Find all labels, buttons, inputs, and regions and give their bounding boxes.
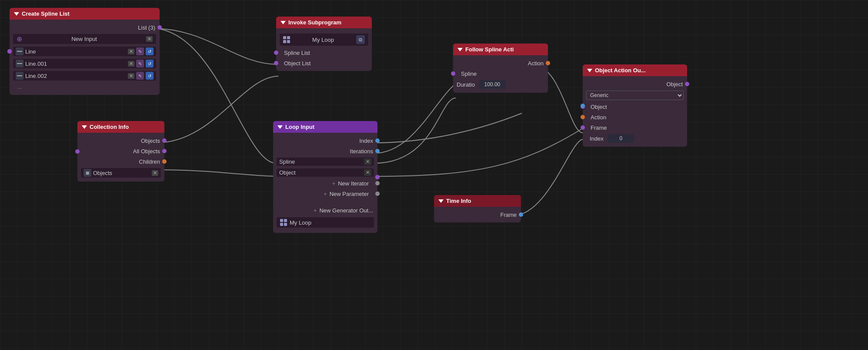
collection-info-node: Collection Info Objects All Objects Chil… <box>77 121 164 182</box>
spline-x-btn[interactable]: ✕ <box>364 158 371 165</box>
object-action-collapse[interactable] <box>587 69 592 72</box>
action-input-row: Action <box>583 112 687 122</box>
line-0-edit[interactable]: ✎ <box>136 47 144 55</box>
loop-input-node: Loop Input Index Iterations Spline ✕ Obj… <box>273 121 377 233</box>
iterations-output-socket[interactable] <box>375 149 380 153</box>
spline-list-label: Spline List <box>284 50 310 56</box>
new-parameter-socket[interactable] <box>375 192 380 196</box>
create-spline-list-header: Create Spline List <box>10 8 160 20</box>
line-2-icon <box>16 72 23 80</box>
index-input-row: Index 0 <box>583 133 687 144</box>
line-0-remove[interactable]: ✕ <box>128 49 134 54</box>
new-iterator-socket[interactable] <box>375 181 380 185</box>
index-input-value[interactable]: 0 <box>608 134 634 143</box>
close-new-input[interactable]: ✕ <box>146 36 153 42</box>
invoke-grid-icon <box>283 36 290 43</box>
loop-input-loop-name: My Loop <box>290 219 371 226</box>
objects-input-row: ▦ Objects ✕ <box>77 167 164 179</box>
children-socket[interactable] <box>162 159 167 164</box>
frame-input-row: Frame <box>583 122 687 133</box>
follow-spline-collapse[interactable] <box>457 48 463 51</box>
line-2-refresh[interactable]: ↺ <box>146 72 154 80</box>
line-1-refresh[interactable]: ↺ <box>146 60 154 67</box>
objects-input-label: Objects <box>93 170 150 176</box>
object-iterator-label: Object <box>279 169 362 176</box>
object-input-row: Object <box>583 101 687 112</box>
index-input-socket[interactable] <box>581 104 585 108</box>
spline-input-row: Spline <box>453 68 548 79</box>
frame-output-socket[interactable] <box>519 212 523 217</box>
follow-spline-header: Follow Spline Acti <box>453 44 548 55</box>
index-input-label: Index <box>590 135 604 142</box>
object-list-socket[interactable] <box>274 61 278 65</box>
action-input-socket[interactable] <box>581 115 585 119</box>
time-info-collapse[interactable] <box>438 199 444 203</box>
duration-row: Duratio 100.00 <box>453 79 548 90</box>
list-output-row: List (3) <box>10 22 160 33</box>
objects-input-remove[interactable]: ✕ <box>152 170 158 176</box>
frame-input-socket[interactable] <box>581 125 585 130</box>
object-iterator-row: Object ✕ <box>273 167 377 178</box>
spline-list-socket[interactable] <box>274 50 278 55</box>
line-2-socket[interactable] <box>7 49 12 54</box>
iterations-output-label: Iterations <box>350 148 373 155</box>
time-info-node: Time Info Frame <box>434 195 521 222</box>
line-0-label: Line <box>25 48 126 55</box>
all-objects-label: All Objects <box>133 148 160 155</box>
loop-input-grid-icon <box>280 219 287 226</box>
invoke-open-icon[interactable]: ⧉ <box>356 35 365 44</box>
follow-spline-title: Follow Spline Acti <box>465 46 514 53</box>
spline-list-row: Spline List <box>276 47 372 58</box>
all-objects-row: All Objects <box>77 146 164 156</box>
duration-value[interactable]: 100.00 <box>479 80 505 89</box>
action-input-label: Action <box>591 114 606 121</box>
collapse-triangle[interactable] <box>14 12 19 16</box>
children-label: Children <box>139 158 160 165</box>
collection-info-header: Collection Info <box>77 121 164 133</box>
loop-input-bottom-bar: My Loop <box>277 217 374 228</box>
object-list-label: Object List <box>284 60 310 67</box>
invoke-collapse[interactable] <box>280 21 286 24</box>
all-objects-socket[interactable] <box>162 149 167 153</box>
index-output-label: Index <box>359 138 373 144</box>
line-1-edit[interactable]: ✎ <box>136 60 144 67</box>
list-output-socket[interactable] <box>157 25 162 30</box>
objects-input-socket[interactable] <box>75 149 80 154</box>
line-item-2: Line.002 ✕ ✎ ↺ <box>10 70 160 82</box>
line-2-remove[interactable]: ✕ <box>128 73 134 79</box>
loop-input-collapse[interactable] <box>277 125 283 129</box>
object-output-socket[interactable] <box>685 82 689 86</box>
add-parameter-icon[interactable]: + <box>324 191 327 197</box>
new-input-row: ⊕ New Input ✕ <box>10 33 160 45</box>
line-item-0: Line ✕ ✎ ↺ <box>10 45 160 57</box>
frame-output-label: Frame <box>500 212 517 218</box>
object-x-btn[interactable]: ✕ <box>364 169 371 176</box>
invoke-loop-name: My Loop <box>293 37 354 43</box>
objects-input-icon: ▦ <box>83 169 91 177</box>
object-output-label: Object <box>666 81 683 88</box>
new-parameter-label: New Parameter <box>330 191 369 197</box>
add-iterator-icon[interactable]: + <box>332 180 336 187</box>
add-input-icon[interactable]: ⊕ <box>17 35 22 43</box>
time-info-title: Time Info <box>446 198 471 204</box>
objects-output-row: Objects <box>77 135 164 146</box>
invoke-subprogram-title: Invoke Subprogram <box>288 19 341 26</box>
children-row: Children <box>77 156 164 167</box>
generic-select[interactable]: Generic <box>586 91 684 100</box>
loop-input-header: Loop Input <box>273 121 377 133</box>
line-1-label: Line.001 <box>25 61 126 67</box>
frame-output-row: Frame <box>434 209 521 220</box>
line-0-refresh[interactable]: ↺ <box>146 47 154 55</box>
spline-iterator-label: Spline <box>279 158 362 165</box>
spline-input-socket[interactable] <box>451 71 455 76</box>
invoke-loop-bar: My Loop ⧉ <box>280 34 368 46</box>
line-1-remove[interactable]: ✕ <box>128 61 134 67</box>
objects-output-label: Objects <box>141 138 160 144</box>
index-output-socket[interactable] <box>375 138 380 143</box>
object-list-row: Object List <box>276 58 372 68</box>
add-generator-icon[interactable]: + <box>314 207 317 214</box>
action-output-socket[interactable] <box>546 61 550 65</box>
line-2-edit[interactable]: ✎ <box>136 72 144 80</box>
objects-output-socket[interactable] <box>162 138 167 143</box>
collection-collapse[interactable] <box>82 125 87 129</box>
